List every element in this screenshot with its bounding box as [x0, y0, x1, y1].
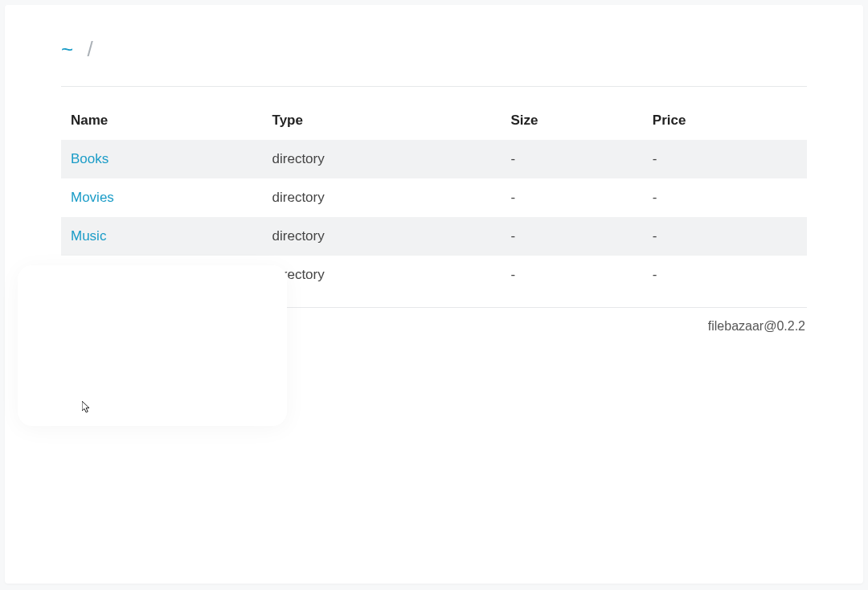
cell-size: -: [502, 178, 643, 217]
cell-price: -: [643, 217, 807, 256]
cell-type: directory: [263, 178, 502, 217]
cell-price: -: [643, 178, 807, 217]
table-row: Photos directory - -: [61, 256, 807, 294]
header-size: Size: [502, 101, 643, 140]
breadcrumb-root-link[interactable]: ~: [61, 37, 75, 61]
directory-link[interactable]: Music: [71, 228, 106, 244]
header-type: Type: [263, 101, 502, 140]
table-row: Music directory - -: [61, 217, 807, 256]
page-container: ~ / Name Type Size Price Books director: [5, 5, 863, 584]
top-divider: [61, 86, 807, 87]
cell-type: directory: [263, 217, 502, 256]
file-table: Name Type Size Price Books directory - -…: [61, 101, 807, 294]
breadcrumb: ~ /: [61, 37, 807, 62]
breadcrumb-separator: /: [87, 37, 94, 61]
cell-size: -: [502, 217, 643, 256]
bottom-divider: [61, 307, 807, 308]
cell-price: -: [643, 256, 807, 294]
header-price: Price: [643, 101, 807, 140]
directory-link[interactable]: Movies: [71, 190, 114, 205]
cell-size: -: [502, 256, 643, 294]
directory-link[interactable]: Books: [71, 151, 108, 166]
table-row: Movies directory - -: [61, 178, 807, 217]
table-row: Books directory - -: [61, 140, 807, 178]
cell-type: directory: [263, 256, 502, 294]
footer-version: filebazaar@0.2.2: [61, 319, 807, 350]
cell-type: directory: [263, 140, 502, 178]
directory-link[interactable]: Photos: [71, 267, 113, 282]
header-name: Name: [61, 101, 263, 140]
cell-size: -: [502, 140, 643, 178]
cell-price: -: [643, 140, 807, 178]
